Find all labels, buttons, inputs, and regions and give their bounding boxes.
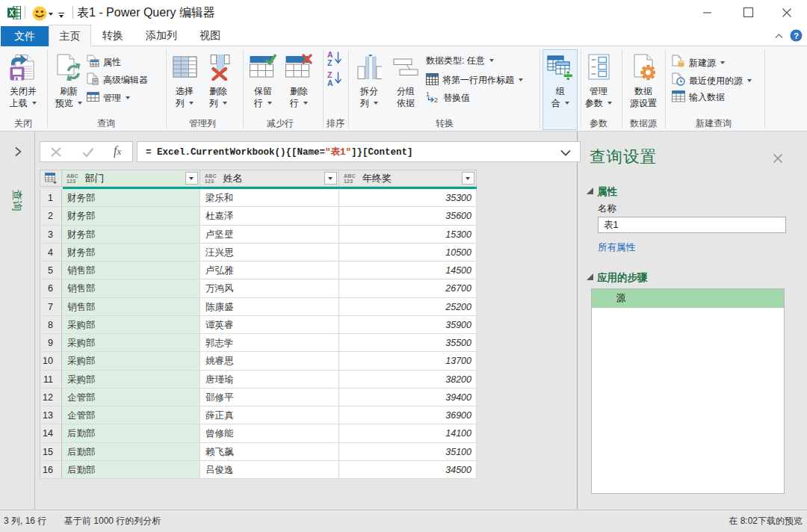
svg-text:?: ?: [794, 31, 799, 40]
svg-text:1: 1: [426, 90, 430, 98]
svg-text:Z: Z: [327, 58, 333, 67]
svg-text:X: X: [9, 9, 14, 17]
svg-text:2: 2: [434, 96, 438, 104]
svg-text:A: A: [327, 78, 333, 87]
